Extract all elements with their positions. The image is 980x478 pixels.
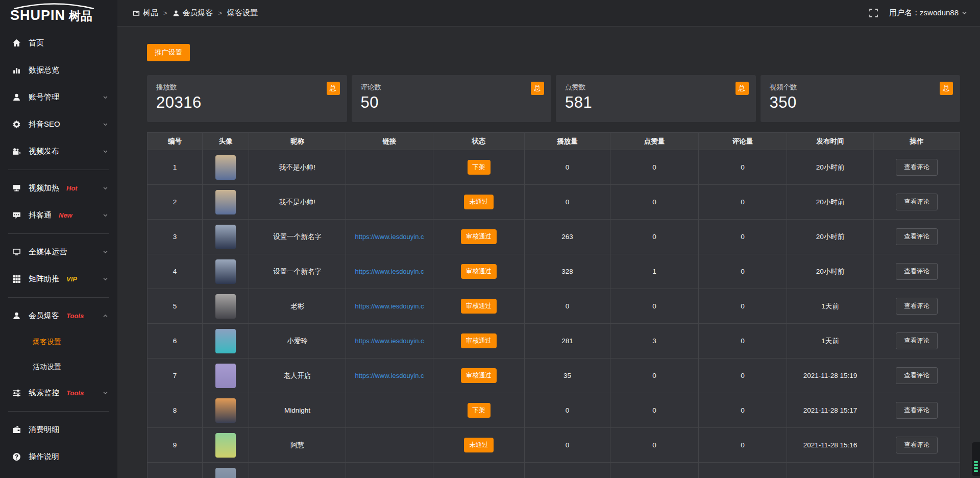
video-link[interactable]: https://www.iesdouyin.c xyxy=(355,337,424,345)
status-badge[interactable]: 下架 xyxy=(468,403,491,418)
link-cell: https://www.iesdouyin.c xyxy=(346,220,433,254)
action-cell: 查看评论 xyxy=(874,150,960,185)
sidebar-item-消费明细[interactable]: 消费明细 xyxy=(0,416,117,443)
video-link[interactable]: https://www.iesdouyin.c xyxy=(355,372,424,379)
sidebar-item-抖客通[interactable]: 抖客通New xyxy=(0,202,117,229)
status-badge[interactable]: 未通过 xyxy=(464,195,494,209)
main-area: 树品>会员爆客>爆客设置 用户名：zswodun88 推广设置 播放数20316… xyxy=(117,0,980,478)
table-row: 9阿慧未通过0002021-11-28 15:16查看评论 xyxy=(148,428,960,463)
table-row: 7老人开店https://www.iesdouyin.c审核通过35002021… xyxy=(148,358,960,393)
comments-cell: 0 xyxy=(699,185,787,220)
table-row: 8Midnight下架0002021-11-28 15:17查看评论 xyxy=(148,393,960,428)
sidebar-item-数据总览[interactable]: 数据总览 xyxy=(0,57,117,84)
column-header-操作: 操作 xyxy=(874,133,960,150)
sidebar-item-视频加热[interactable]: 视频加热Hot xyxy=(0,175,117,202)
breadcrumb-item-树品[interactable]: 树品 xyxy=(133,8,158,18)
time-cell xyxy=(787,463,874,478)
video-link[interactable]: https://www.iesdouyin.c xyxy=(355,268,424,275)
id-cell: 3 xyxy=(148,220,203,254)
view-comments-button[interactable]: 查看评论 xyxy=(896,159,938,176)
breadcrumb-separator: > xyxy=(163,9,167,17)
stat-value: 581 xyxy=(565,93,747,112)
video-link[interactable]: https://www.iesdouyin.c xyxy=(355,302,424,310)
plays-cell: 281 xyxy=(525,324,610,358)
sidebar-item-全媒体运营[interactable]: 全媒体运营 xyxy=(0,238,117,266)
time-cell: 1天前 xyxy=(787,289,874,324)
sidebar-item-账号管理[interactable]: 账号管理 xyxy=(0,84,117,111)
action-cell: 查看评论 xyxy=(874,393,960,428)
user-icon xyxy=(12,93,21,102)
status-badge[interactable]: 审核通过 xyxy=(461,368,497,383)
view-comments-button[interactable]: 查看评论 xyxy=(896,437,938,453)
sidebar-item-tag: VIP xyxy=(66,275,77,283)
status-badge[interactable]: 审核通过 xyxy=(461,299,497,314)
sidebar-item-label: 抖客通 xyxy=(29,210,52,220)
avatar-cell xyxy=(203,463,249,478)
action-cell: 查看评论 xyxy=(874,324,960,358)
table-row: 2我不是小帅!未通过00020小时前查看评论 xyxy=(148,185,960,220)
stat-value: 50 xyxy=(361,93,543,112)
status-badge[interactable]: 下架 xyxy=(468,160,491,175)
sidebar-item-抖音SEO[interactable]: 抖音SEO xyxy=(0,111,117,138)
id-cell: 4 xyxy=(148,254,203,289)
video-icon xyxy=(12,147,21,156)
id-cell: 6 xyxy=(148,324,203,358)
widget-bar xyxy=(974,464,978,466)
total-badge: 总 xyxy=(736,82,749,95)
view-comments-button[interactable]: 查看评论 xyxy=(896,263,938,280)
link-cell xyxy=(346,463,433,478)
sidebar-subitem-爆客设置[interactable]: 爆客设置 xyxy=(0,329,117,354)
plays-cell: 0 xyxy=(525,185,610,220)
view-comments-button[interactable]: 查看评论 xyxy=(896,298,938,315)
view-comments-button[interactable]: 查看评论 xyxy=(896,194,938,210)
breadcrumb-label: 会员爆客 xyxy=(183,8,213,18)
link-cell xyxy=(346,393,433,428)
chevron-down-icon xyxy=(103,122,108,127)
time-cell: 2021-11-28 15:17 xyxy=(787,393,874,428)
time-cell: 20小时前 xyxy=(787,254,874,289)
status-badge[interactable]: 审核通过 xyxy=(461,333,497,348)
promo-settings-button[interactable]: 推广设置 xyxy=(147,44,190,61)
breadcrumb-item-会员爆客[interactable]: 会员爆客 xyxy=(173,8,213,18)
topbar-right: 用户名：zswodun88 xyxy=(869,8,967,18)
sidebar-item-tag: Tools xyxy=(66,312,84,320)
sidebar-item-操作说明[interactable]: 操作说明 xyxy=(0,443,117,470)
dashboard-icon xyxy=(133,10,140,17)
view-comments-button[interactable]: 查看评论 xyxy=(896,402,938,419)
fullscreen-icon[interactable] xyxy=(869,9,878,17)
user-menu[interactable]: 用户名：zswodun88 xyxy=(889,8,967,18)
view-comments-button[interactable]: 查看评论 xyxy=(896,367,938,384)
avatar-cell xyxy=(203,150,249,185)
video-link[interactable]: https://www.iesdouyin.c xyxy=(355,233,424,241)
status-badge[interactable]: 未通过 xyxy=(464,438,494,452)
likes-cell: 3 xyxy=(610,324,699,358)
sidebar-item-视频发布[interactable]: 视频发布 xyxy=(0,138,117,165)
sidebar-item-线索监控[interactable]: 线索监控Tools xyxy=(0,379,117,407)
chevron-down-icon xyxy=(103,249,108,255)
action-cell: 查看评论 xyxy=(874,185,960,220)
floating-widget[interactable] xyxy=(972,442,980,476)
sidebar-item-label: 会员爆客 xyxy=(29,311,59,321)
status-cell: 审核通过 xyxy=(433,358,525,393)
link-cell: https://www.iesdouyin.c xyxy=(346,289,433,324)
plays-cell: 0 xyxy=(525,150,610,185)
comments-cell: 0 xyxy=(699,150,787,185)
sidebar-subitem-活动设置[interactable]: 活动设置 xyxy=(0,354,117,379)
avatar xyxy=(215,294,236,319)
monitor-icon xyxy=(12,248,21,256)
id-cell: 5 xyxy=(148,289,203,324)
sidebar-item-矩阵助推[interactable]: 矩阵助推VIP xyxy=(0,266,117,293)
id-cell: 9 xyxy=(148,428,203,463)
likes-cell: 0 xyxy=(610,150,699,185)
stat-card-播放数: 播放数20316总 xyxy=(147,75,347,122)
nickname-cell: 小爱玲 xyxy=(249,324,346,358)
plays-cell: 0 xyxy=(525,393,610,428)
breadcrumb-label: 爆客设置 xyxy=(227,8,258,18)
status-badge[interactable]: 审核通过 xyxy=(461,229,497,244)
view-comments-button[interactable]: 查看评论 xyxy=(896,332,938,349)
sidebar-item-会员爆客[interactable]: 会员爆客Tools xyxy=(0,302,117,329)
view-comments-button[interactable]: 查看评论 xyxy=(896,228,938,245)
status-badge[interactable]: 审核通过 xyxy=(461,264,497,279)
logo-text: SHUPIN 树品 xyxy=(10,8,117,24)
sidebar-item-首页[interactable]: 首页 xyxy=(0,30,117,57)
